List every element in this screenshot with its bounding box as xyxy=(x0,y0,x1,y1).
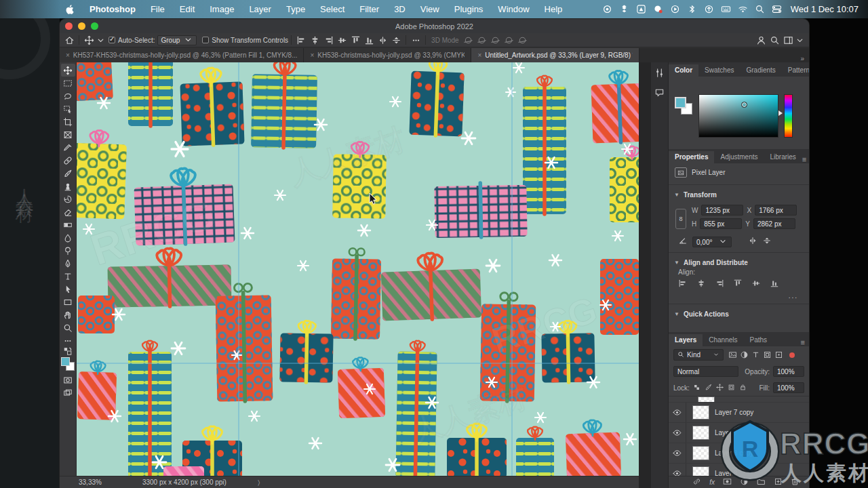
menu-item-3d[interactable]: 3D xyxy=(387,4,413,14)
default-colors-icon[interactable] xyxy=(61,347,75,355)
filter-kind-dropdown[interactable]: Kind xyxy=(673,349,724,361)
adjustment-layers-filter-icon[interactable] xyxy=(738,350,750,359)
align-section-header[interactable]: ▼Align and Distribute xyxy=(669,256,809,268)
tab-color[interactable]: Color xyxy=(669,64,698,77)
menu-item-type[interactable]: Type xyxy=(279,4,313,14)
marquee-tool[interactable] xyxy=(61,77,75,89)
foreground-color-swatch[interactable] xyxy=(61,357,70,366)
app-badge-icon[interactable] xyxy=(634,3,649,16)
gradient-tool[interactable] xyxy=(61,218,75,231)
show-transform-checkbox[interactable] xyxy=(202,37,209,43)
collapsed-panel-icon-comment[interactable] xyxy=(654,87,665,100)
layer-thumbnail[interactable] xyxy=(698,396,715,402)
rectangle-tool[interactable] xyxy=(61,296,75,308)
blur-tool[interactable] xyxy=(61,231,75,244)
layer-visibility-toggle[interactable] xyxy=(669,443,686,463)
collapsed-panel-icon-sliders[interactable] xyxy=(654,68,665,81)
align-option-icon-1[interactable] xyxy=(308,33,321,47)
flip-vertical-icon[interactable] xyxy=(762,236,772,248)
tab-adjustments[interactable]: Adjustments xyxy=(714,151,764,163)
blend-mode-dropdown[interactable]: Normal xyxy=(673,366,738,377)
hue-slider[interactable] xyxy=(784,94,793,138)
search-icon[interactable] xyxy=(753,3,768,16)
lock-position-icon[interactable] xyxy=(716,384,724,392)
menu-item-image[interactable]: Image xyxy=(202,4,241,14)
menu-item-view[interactable]: View xyxy=(413,4,447,14)
document-tab-2[interactable]: ×Untitled_Artwork.psd @ 33,3% (Layer 9, … xyxy=(471,48,639,62)
zoom-level-field[interactable]: 33,33% xyxy=(79,479,102,486)
control-center-icon[interactable] xyxy=(770,3,785,16)
move-tool-icon[interactable] xyxy=(82,33,96,47)
align-center-h-icon[interactable] xyxy=(696,279,706,291)
history-brush-tool[interactable] xyxy=(61,192,75,205)
lock-transparency-icon[interactable] xyxy=(693,384,701,392)
eraser-tool[interactable] xyxy=(61,205,75,218)
menu-item-help[interactable]: Help xyxy=(537,4,570,14)
document-canvas[interactable]: RRCG人人素材人人素材RRCG xyxy=(77,62,639,476)
color-picker-field[interactable] xyxy=(698,94,778,138)
zoom-tool[interactable] xyxy=(61,321,75,334)
menu-app-name[interactable]: Photoshop xyxy=(82,4,143,14)
layer-visibility-toggle[interactable] xyxy=(669,403,686,422)
screen-record-icon[interactable] xyxy=(651,3,666,16)
lock-pixels-icon[interactable] xyxy=(705,384,712,392)
workspace-icon[interactable] xyxy=(781,33,795,47)
menu-item-window[interactable]: Window xyxy=(490,4,536,14)
crop-tool[interactable] xyxy=(61,115,75,128)
tab-libraries[interactable]: Libraries xyxy=(764,151,802,163)
edit-toolbar-icon[interactable] xyxy=(61,334,75,347)
align-option-icon-5[interactable] xyxy=(362,33,376,47)
expand-panels-icon[interactable]: » xyxy=(800,55,804,62)
menu-item-filter[interactable]: Filter xyxy=(352,4,387,14)
align-option-icon-3[interactable] xyxy=(335,33,349,47)
screen-mode-icon[interactable] xyxy=(61,386,75,399)
menu-clock[interactable]: Wed 1 Dec 10:07 xyxy=(787,4,863,14)
document-tab-0[interactable]: ×KH537-KH539-christmas-holly-jolly.psd @… xyxy=(60,48,304,62)
chevron-down-icon[interactable] xyxy=(795,33,805,47)
share-icon[interactable] xyxy=(754,33,768,47)
pixel-layers-filter-icon[interactable] xyxy=(727,350,738,359)
document-tab-1[interactable]: ×KH538-christmas-holly-jolly.psd @ 33,9%… xyxy=(304,48,471,62)
layer-thumbnail[interactable] xyxy=(692,405,709,420)
type-layers-filter-icon[interactable] xyxy=(750,350,762,359)
close-tab-icon[interactable]: × xyxy=(477,52,481,59)
menu-item-layer[interactable]: Layer xyxy=(241,4,279,14)
pen-tool[interactable] xyxy=(61,257,75,270)
bluetooth-icon[interactable] xyxy=(685,3,700,16)
healing-brush-tool[interactable] xyxy=(61,154,75,167)
tab-layers[interactable]: Layers xyxy=(669,334,703,346)
flip-horizontal-icon[interactable] xyxy=(748,236,757,248)
path-selection-tool[interactable] xyxy=(61,283,75,296)
eyedropper-tool[interactable] xyxy=(61,141,75,154)
upload-circle-icon[interactable] xyxy=(702,3,717,16)
link-dimensions-icon[interactable]: 8 xyxy=(675,209,686,229)
dodge-tool[interactable] xyxy=(61,244,75,257)
quick-mask-icon[interactable] xyxy=(61,373,75,386)
clone-stamp-tool[interactable] xyxy=(61,180,75,192)
tab-patterns[interactable]: Patterns xyxy=(782,64,809,77)
menu-item-select[interactable]: Select xyxy=(313,4,352,14)
quick-actions-header[interactable]: ▼Quick Actions xyxy=(669,307,809,320)
status-chevron-icon[interactable]: 〉 xyxy=(258,479,260,487)
tab-gradients[interactable]: Gradients xyxy=(740,64,781,77)
color-swatch-pair[interactable] xyxy=(675,97,692,115)
hand-tool[interactable] xyxy=(61,308,75,321)
shape-layers-filter-icon[interactable] xyxy=(762,350,773,359)
menu-item-file[interactable]: File xyxy=(143,4,172,14)
tab-paths[interactable]: Paths xyxy=(744,334,774,346)
width-field[interactable]: 1235 px xyxy=(701,205,743,216)
hue-slider-marker[interactable] xyxy=(778,110,783,116)
window-titlebar[interactable]: Adobe Photoshop 2022 xyxy=(60,19,809,33)
keyboard-icon[interactable] xyxy=(719,3,734,16)
opacity-field[interactable]: 100% xyxy=(773,366,804,377)
align-right-icon[interactable] xyxy=(715,279,724,291)
layer-thumbnail[interactable] xyxy=(692,446,709,460)
brush-tool[interactable] xyxy=(61,167,75,180)
lock-all-icon[interactable] xyxy=(739,384,747,392)
chevron-down-icon[interactable] xyxy=(96,33,106,47)
wifi-icon[interactable] xyxy=(736,3,751,16)
apple-icon[interactable] xyxy=(57,4,82,14)
tab-swatches[interactable]: Swatches xyxy=(698,64,740,77)
menu-item-plugins[interactable]: Plugins xyxy=(447,4,491,14)
align-option-icon-6[interactable] xyxy=(376,33,389,47)
